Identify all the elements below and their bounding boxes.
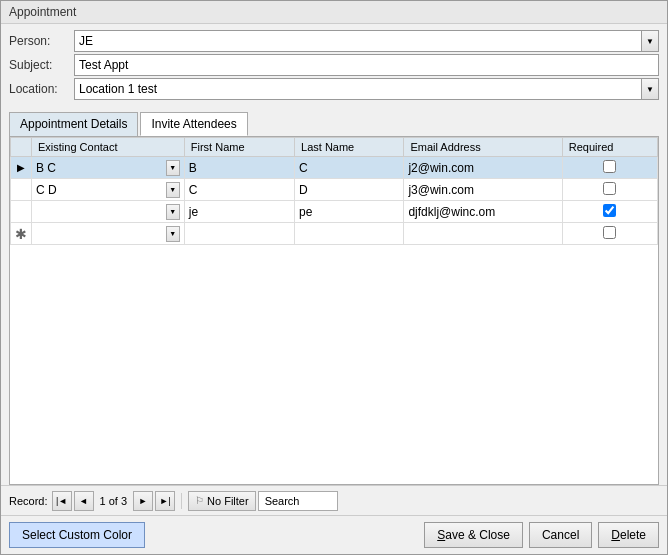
record-counter: 1 of 3 — [100, 495, 128, 507]
table-row: ▼ je pe djfdklj@winc.om — [11, 201, 658, 223]
required-header: Required — [562, 138, 657, 157]
footer-buttons: Select Custom Color Save & Close Cancel … — [1, 515, 667, 554]
save-close-button[interactable]: Save & Close — [424, 522, 523, 548]
no-filter-label: No Filter — [207, 495, 249, 507]
row-indicator-2 — [11, 179, 32, 201]
existing-contact-cell-new: ▼ — [32, 223, 185, 245]
contact-dropdown-btn-new[interactable]: ▼ — [166, 226, 180, 242]
nav-prev-btn[interactable]: ◄ — [74, 491, 94, 511]
delete-label: Delete — [611, 528, 646, 542]
person-label: Person: — [9, 34, 74, 48]
indicator-header — [11, 138, 32, 157]
tabs-area: Appointment Details Invite Attendees — [1, 112, 667, 136]
required-checkbox-2[interactable] — [603, 182, 616, 195]
subject-label: Subject: — [9, 58, 74, 72]
email-cell-new[interactable] — [404, 223, 562, 245]
save-close-label: Save & Close — [437, 528, 510, 542]
table-scroll[interactable]: Existing Contact First Name Last Name Em… — [10, 137, 658, 484]
footer-left: Select Custom Color — [9, 522, 145, 548]
new-row-indicator: ✱ — [11, 223, 32, 245]
first-name-header: First Name — [184, 138, 294, 157]
email-header: Email Address — [404, 138, 562, 157]
person-field-container: ▼ — [74, 30, 659, 52]
last-name-cell-new[interactable] — [295, 223, 404, 245]
search-input[interactable] — [258, 491, 338, 511]
location-row: Location: ▼ — [9, 78, 659, 100]
first-name-cell-2[interactable]: C — [184, 179, 294, 201]
nav-first-btn[interactable]: |◄ — [52, 491, 72, 511]
subject-row: Subject: — [9, 54, 659, 76]
location-field-container: ▼ — [74, 78, 659, 100]
email-cell-2[interactable]: j3@win.com — [404, 179, 562, 201]
person-row: Person: ▼ — [9, 30, 659, 52]
existing-contact-header: Existing Contact — [32, 138, 185, 157]
tab-content: Existing Contact First Name Last Name Em… — [9, 136, 659, 485]
record-label: Record: — [9, 495, 48, 507]
main-content: Existing Contact First Name Last Name Em… — [1, 136, 667, 515]
nav-next-btn[interactable]: ► — [133, 491, 153, 511]
required-checkbox-new[interactable] — [603, 226, 616, 239]
table-header-row: Existing Contact First Name Last Name Em… — [11, 138, 658, 157]
contact-value-1: B C — [36, 161, 166, 175]
first-name-cell-1[interactable]: B — [184, 157, 294, 179]
window-title: Appointment — [1, 1, 667, 24]
required-checkbox-3[interactable] — [603, 204, 616, 217]
first-name-cell-new[interactable] — [184, 223, 294, 245]
location-dropdown-btn[interactable]: ▼ — [641, 78, 659, 100]
contact-dropdown-btn-3[interactable]: ▼ — [166, 204, 180, 220]
tab-invite-attendees[interactable]: Invite Attendees — [140, 112, 247, 136]
required-checkbox-1[interactable] — [603, 160, 616, 173]
contact-dropdown-container-2: C D ▼ — [36, 182, 180, 198]
required-cell-1[interactable] — [562, 157, 657, 179]
contact-dropdown-container-new: ▼ — [36, 226, 180, 242]
footer-right: Save & Close Cancel Delete — [424, 522, 659, 548]
contact-dropdown-btn-2[interactable]: ▼ — [166, 182, 180, 198]
required-cell-2[interactable] — [562, 179, 657, 201]
table-row: ▶ B C ▼ B C j2@win.com — [11, 157, 658, 179]
person-dropdown-btn[interactable]: ▼ — [641, 30, 659, 52]
nav-last-btn[interactable]: ►| — [155, 491, 175, 511]
first-name-cell-3[interactable]: je — [184, 201, 294, 223]
tabs: Appointment Details Invite Attendees — [9, 112, 659, 136]
funnel-icon: ⚐ — [195, 495, 204, 506]
contact-dropdown-container-3: ▼ — [36, 204, 180, 220]
location-label: Location: — [9, 82, 74, 96]
required-cell-new[interactable] — [562, 223, 657, 245]
email-cell-1[interactable]: j2@win.com — [404, 157, 562, 179]
table-row-new: ✱ ▼ — [11, 223, 658, 245]
delete-button[interactable]: Delete — [598, 522, 659, 548]
last-name-cell-1[interactable]: C — [295, 157, 404, 179]
row-indicator-1: ▶ — [11, 157, 32, 179]
cancel-button[interactable]: Cancel — [529, 522, 592, 548]
tab-appointment-details[interactable]: Appointment Details — [9, 112, 138, 136]
subject-input[interactable] — [74, 54, 659, 76]
existing-contact-cell-3: ▼ — [32, 201, 185, 223]
custom-color-button[interactable]: Select Custom Color — [9, 522, 145, 548]
appointment-window: Appointment Person: ▼ Subject: Location:… — [0, 0, 668, 555]
required-cell-3[interactable] — [562, 201, 657, 223]
last-name-cell-2[interactable]: D — [295, 179, 404, 201]
email-cell-3[interactable]: djfdklj@winc.om — [404, 201, 562, 223]
person-input[interactable] — [74, 30, 641, 52]
bottom-nav: Record: |◄ ◄ 1 of 3 ► ►| ⚐ No Filter — [1, 485, 667, 515]
form-area: Person: ▼ Subject: Location: ▼ — [1, 24, 667, 108]
contact-dropdown-btn-1[interactable]: ▼ — [166, 160, 180, 176]
existing-contact-cell-1: B C ▼ — [32, 157, 185, 179]
cancel-label: Cancel — [542, 528, 579, 542]
contact-dropdown-container-1: B C ▼ — [36, 160, 180, 176]
row-indicator-3 — [11, 201, 32, 223]
last-name-cell-3[interactable]: pe — [295, 201, 404, 223]
nav-separator — [181, 493, 182, 509]
no-filter-btn[interactable]: ⚐ No Filter — [188, 491, 256, 511]
attendees-table: Existing Contact First Name Last Name Em… — [10, 137, 658, 245]
last-name-header: Last Name — [295, 138, 404, 157]
table-row: C D ▼ C D j3@win.com — [11, 179, 658, 201]
existing-contact-cell-2: C D ▼ — [32, 179, 185, 201]
contact-value-2: C D — [36, 183, 166, 197]
location-input[interactable] — [74, 78, 641, 100]
